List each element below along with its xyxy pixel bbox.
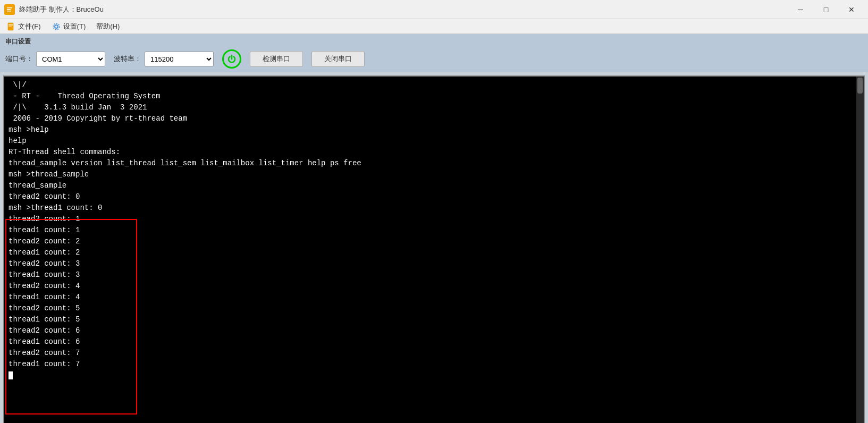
baud-label: 波特率： [114,54,141,64]
svg-point-9 [53,23,60,30]
toolbar-row: 端口号： COM1 COM2 COM3 COM4 波特率： 9600 19200… [5,49,863,69]
close-button[interactable]: ✕ [839,2,864,18]
maximize-button[interactable]: □ [814,2,838,18]
port-label: 端口号： [5,54,33,64]
scrollbar-thumb[interactable] [857,78,863,94]
baud-group: 波特率： 9600 19200 38400 57600 115200 [114,52,214,66]
svg-rect-2 [7,9,11,10]
svg-rect-6 [9,26,13,26]
menu-file[interactable]: 文件(F) [2,20,45,33]
file-icon [6,22,16,31]
section-label: 串口设置 [5,37,863,46]
app-title: 终端助手 制作人：BruceOu [19,5,104,14]
close-port-button[interactable]: 关闭串口 [311,51,365,67]
minimize-button[interactable]: ─ [788,2,813,18]
menu-file-label: 文件(F) [18,22,41,31]
terminal-output: \|/ - RT - Thread Operating System /|\ 3… [9,80,859,381]
title-bar-left: 终端助手 制作人：BruceOu [4,4,104,15]
window-controls: ─ □ ✕ [788,2,864,18]
terminal[interactable]: \|/ - RT - Thread Operating System /|\ 3… [3,75,865,423]
toolbar: 串口设置 端口号： COM1 COM2 COM3 COM4 波特率： 9600 … [0,34,868,72]
port-group: 端口号： COM1 COM2 COM3 COM4 [5,52,105,66]
menu-settings[interactable]: 设置(T) [47,20,90,33]
menu-help[interactable]: 帮助(H) [92,20,124,33]
terminal-cursor [9,371,13,379]
detect-port-button[interactable]: 检测串口 [250,51,303,67]
app-icon [4,4,15,15]
svg-point-8 [55,25,58,28]
port-select[interactable]: COM1 COM2 COM3 COM4 [36,52,105,66]
menu-settings-label: 设置(T) [63,22,86,31]
power-button[interactable] [222,49,241,69]
svg-rect-5 [9,24,13,25]
gear-icon [52,22,61,31]
menu-bar: 文件(F) 设置(T) 帮助(H) [0,19,868,34]
title-bar: 终端助手 制作人：BruceOu ─ □ ✕ [0,0,868,19]
main-area: \|/ - RT - Thread Operating System /|\ 3… [0,72,868,423]
svg-rect-1 [7,7,12,9]
svg-rect-3 [7,11,11,12]
baud-select[interactable]: 9600 19200 38400 57600 115200 [145,52,214,66]
menu-help-label: 帮助(H) [96,22,120,31]
scrollbar-vertical[interactable] [856,77,864,423]
svg-rect-7 [9,27,12,27]
